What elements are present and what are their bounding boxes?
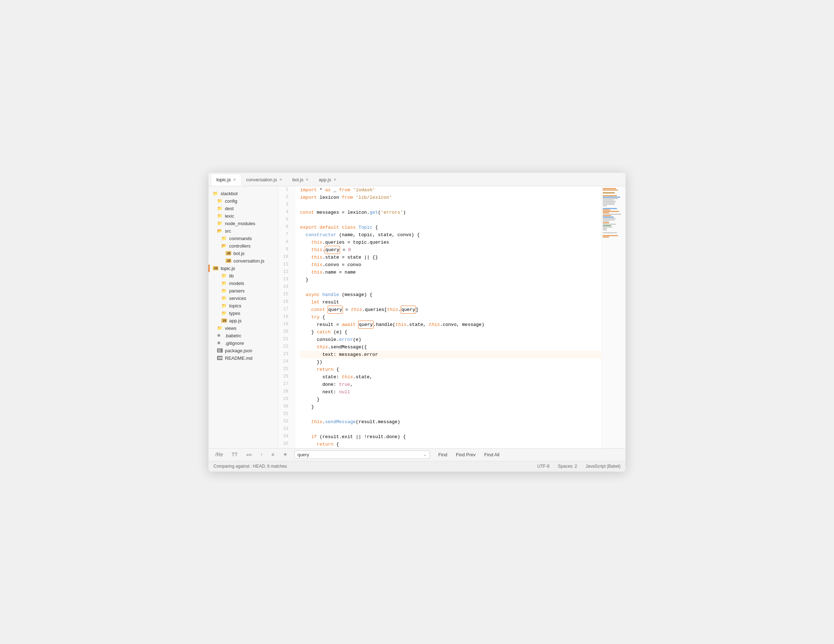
find-prev-button[interactable]: Find Prev bbox=[453, 451, 478, 458]
js-icon-conversation: JS bbox=[226, 258, 231, 263]
sidebar-item-src[interactable]: 📂 src bbox=[208, 227, 278, 235]
word-icon[interactable]: «» bbox=[244, 450, 254, 458]
folder-icon-config: 📁 bbox=[217, 199, 223, 203]
line-numbers: 12345 678910 1112131415 1617181920 21222… bbox=[278, 186, 295, 448]
wrap-icon[interactable]: ≡ bbox=[270, 450, 276, 458]
sidebar-item-commands[interactable]: 📁 commands bbox=[208, 235, 278, 242]
chevron-down-icon[interactable]: ⌄ bbox=[423, 452, 427, 457]
status-bar: Comparing against : HEAD, 6 matches UTF-… bbox=[208, 461, 626, 471]
preserve-icon[interactable]: ↑ bbox=[259, 450, 265, 458]
status-spaces: Spaces: 2 bbox=[558, 464, 577, 469]
code-line-7: constructor (name, topic, state, convo) … bbox=[300, 231, 601, 239]
status-encoding: UTF-8 bbox=[537, 464, 550, 469]
json-icon-package: {} bbox=[217, 349, 223, 353]
sidebar-label-topic-js: topic.js bbox=[221, 266, 235, 271]
tab-conversation-js[interactable]: conversation.js ✕ bbox=[241, 174, 287, 186]
md-icon-readme: MD bbox=[217, 356, 223, 360]
light-icon[interactable]: ☀ bbox=[281, 450, 289, 458]
code-line-16: let result bbox=[300, 299, 601, 306]
sidebar-item-node-modules[interactable]: 📁 node_modules bbox=[208, 220, 278, 227]
sidebar-item-lexic[interactable]: 📁 lexic bbox=[208, 212, 278, 220]
code-line-22: this.sendMessage({ bbox=[300, 343, 601, 351]
sidebar-item-services[interactable]: 📁 services bbox=[208, 295, 278, 302]
sidebar-item-dest[interactable]: 📁 dest bbox=[208, 205, 278, 212]
code-line-25: return { bbox=[300, 366, 601, 373]
search-input[interactable] bbox=[297, 452, 421, 457]
sidebar-item-views[interactable]: 📁 views bbox=[208, 324, 278, 332]
close-icon-topic[interactable]: ✕ bbox=[233, 178, 236, 182]
js-icon-topic: JS bbox=[213, 266, 218, 270]
code-line-17: const query = this.queries[this.query] bbox=[300, 306, 601, 313]
folder-icon-services: 📁 bbox=[221, 295, 227, 301]
code-line-14 bbox=[300, 284, 601, 291]
folder-icon-lib: 📁 bbox=[221, 273, 227, 278]
tab-app-js[interactable]: app.js ✕ bbox=[314, 174, 341, 186]
sidebar-label-lexic: lexic bbox=[225, 213, 234, 219]
sidebar-item-topics[interactable]: 📁 topics bbox=[208, 302, 278, 310]
star-icon-gitignore: ✱ bbox=[217, 341, 223, 345]
find-all-button[interactable]: Find All bbox=[482, 451, 503, 458]
tab-label-conversation: conversation.js bbox=[246, 177, 277, 182]
tab-topic-js[interactable]: topic.js ✕ bbox=[211, 174, 241, 186]
sidebar-item-app-js-src[interactable]: JS app.js bbox=[208, 317, 278, 324]
folder-icon-models: 📁 bbox=[221, 281, 227, 286]
sidebar-item-models[interactable]: 📁 models bbox=[208, 279, 278, 287]
sidebar-item-babelrc[interactable]: ✱ .babelrc bbox=[208, 332, 278, 339]
close-icon-conversation[interactable]: ✕ bbox=[279, 178, 282, 182]
minimap-visual bbox=[601, 186, 626, 448]
sidebar-item-config[interactable]: 📁 config bbox=[208, 197, 278, 205]
sidebar-label-babelrc: .babelrc bbox=[225, 333, 241, 338]
sidebar-item-lib[interactable]: 📁 lib bbox=[208, 272, 278, 279]
sidebar-item-slackbot[interactable]: 📁 slackbot bbox=[208, 190, 278, 197]
folder-icon-types: 📁 bbox=[221, 311, 227, 316]
code-line-33 bbox=[300, 426, 601, 433]
sidebar-item-bot-js[interactable]: JS bot.js bbox=[208, 250, 278, 257]
code-container[interactable]: 12345 678910 1112131415 1617181920 21222… bbox=[278, 186, 626, 448]
code-line-35: return { bbox=[300, 441, 601, 448]
editor-window: topic.js ✕ conversation.js ✕ bot.js ✕ ap… bbox=[208, 173, 626, 471]
tab-bot-js[interactable]: bot.js ✕ bbox=[287, 174, 314, 186]
sidebar-item-package-json[interactable]: {} package.json bbox=[208, 347, 278, 354]
search-bar-area: ⌄ Find Find Prev Find All bbox=[294, 450, 621, 459]
sidebar-item-parsers[interactable]: 📁 parsers bbox=[208, 287, 278, 295]
code-line-21: console.error(e) bbox=[300, 336, 601, 343]
folder-icon-topics: 📁 bbox=[221, 303, 227, 308]
code-line-24: }) bbox=[300, 358, 601, 366]
code-line-4: const messages = lexicon.get('errors') bbox=[300, 209, 601, 216]
sidebar-item-controllers[interactable]: 📂 controllers bbox=[208, 242, 278, 250]
folder-open-icon: 📁 bbox=[213, 191, 218, 196]
code-line-5 bbox=[300, 216, 601, 224]
code-line-1: import * as _ from 'lodash' bbox=[300, 186, 601, 194]
case-icon[interactable]: TT bbox=[230, 450, 239, 458]
status-language: JavaScript (Babel) bbox=[585, 464, 621, 469]
code-line-6: export default class Topic { bbox=[300, 224, 601, 231]
code-line-13: } bbox=[300, 276, 601, 284]
editor-area: 12345 678910 1112131415 1617181920 21222… bbox=[278, 186, 626, 448]
find-button[interactable]: Find bbox=[436, 451, 450, 458]
code-line-9: this.query = 0 bbox=[300, 246, 601, 253]
close-icon-bot[interactable]: ✕ bbox=[305, 178, 309, 182]
sidebar-label-src: src bbox=[225, 228, 231, 234]
tab-label-bot: bot.js bbox=[292, 177, 303, 182]
regex-icon[interactable]: /Re bbox=[213, 450, 225, 458]
code-line-23: text: messages.error bbox=[300, 351, 601, 358]
sidebar-item-gitignore[interactable]: ✱ .gitignore bbox=[208, 339, 278, 347]
sidebar-label-slackbot: slackbot bbox=[221, 191, 238, 196]
minimap bbox=[601, 186, 626, 448]
js-icon-app: JS bbox=[221, 318, 227, 323]
sidebar: 📁 slackbot 📁 config 📁 dest 📁 lexic 📁 nod… bbox=[208, 186, 278, 448]
sidebar-item-readme[interactable]: MD README.md bbox=[208, 354, 278, 362]
code-line-27: done: true, bbox=[300, 381, 601, 388]
code-line-31 bbox=[300, 411, 601, 418]
sidebar-item-conversation-js[interactable]: JS conversation.js bbox=[208, 257, 278, 265]
sidebar-label-models: models bbox=[229, 281, 244, 286]
tab-bar: topic.js ✕ conversation.js ✕ bot.js ✕ ap… bbox=[208, 173, 626, 186]
star-icon-babelrc: ✱ bbox=[217, 333, 223, 338]
code-line-29: } bbox=[300, 396, 601, 403]
sidebar-item-types[interactable]: 📁 types bbox=[208, 310, 278, 317]
code-line-30: } bbox=[300, 403, 601, 411]
sidebar-label-types: types bbox=[229, 311, 240, 316]
code-line-20: } catch (e) { bbox=[300, 328, 601, 336]
sidebar-item-topic-js[interactable]: JS topic.js bbox=[208, 265, 278, 272]
close-icon-app[interactable]: ✕ bbox=[333, 178, 336, 182]
